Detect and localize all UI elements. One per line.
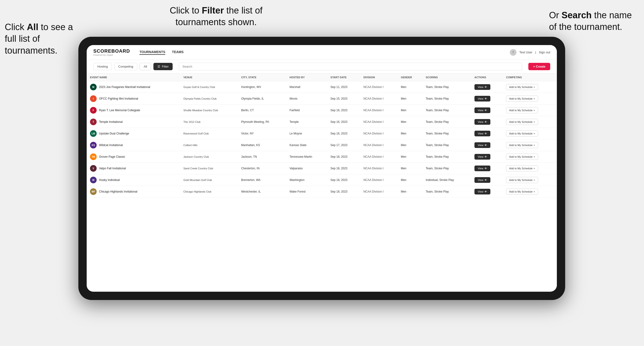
cell-hosted-by: Illinois — [286, 93, 327, 105]
tab-competing[interactable]: Competing — [114, 63, 137, 70]
cell-scoring: Team, Stroke Play — [422, 140, 471, 151]
add-to-schedule-button[interactable]: Add to My Schedule + — [506, 142, 538, 148]
cell-start-date: Sep 18, 2023 — [327, 163, 360, 174]
add-to-schedule-button[interactable]: Add to My Schedule + — [506, 96, 538, 102]
cell-start-date: Sep 15, 2023 — [327, 93, 360, 105]
cell-competing: Add to My Schedule + — [503, 93, 557, 105]
add-to-schedule-button[interactable]: Add to My Schedule + — [506, 188, 538, 195]
cell-competing: Add to My Schedule + — [503, 163, 557, 174]
col-gender: GENDER — [398, 73, 422, 81]
cell-event-name: TM Grover Page Classic — [87, 151, 180, 163]
cell-event-name: F Ryan T. Lee Memorial Collegiate — [87, 105, 180, 116]
toolbar: Hosting Competing All ☰ Filter + Create — [87, 60, 557, 73]
cell-scoring: Team, Stroke Play — [422, 116, 471, 128]
cell-event-name: V Valpo Fall Invitational — [87, 163, 180, 174]
view-button[interactable]: View 👁 — [474, 154, 490, 160]
view-button[interactable]: View 👁 — [474, 142, 490, 148]
cell-event-name: W Husky Individual — [87, 174, 180, 186]
event-name: Valpo Fall Invitational — [99, 167, 126, 170]
cell-venue: Guyan Golf & Country Club — [180, 81, 238, 93]
add-to-schedule-button[interactable]: Add to My Schedule + — [506, 130, 538, 137]
nav-tournaments[interactable]: TOURNAMENTS — [140, 50, 165, 55]
cell-hosted-by: Tennessee-Martin — [286, 151, 327, 163]
view-button[interactable]: View 👁 — [474, 107, 490, 113]
create-button[interactable]: + Create — [528, 63, 550, 70]
cell-competing: Add to My Schedule + — [503, 151, 557, 163]
view-button[interactable]: View 👁 — [474, 189, 490, 194]
cell-hosted-by: Fairfield — [286, 105, 327, 116]
cell-division: NCAA Division I — [360, 93, 397, 105]
table-row: T Temple Invitational The 1912 Club Plym… — [87, 116, 557, 128]
app-header: SCOREBOARD Powered by clippd TOURNAMENTS… — [87, 45, 557, 60]
col-division: DIVISION — [360, 73, 397, 81]
tab-all[interactable]: All — [140, 63, 151, 70]
tab-hosting[interactable]: Hosting — [93, 63, 112, 70]
plus-icon: + — [534, 97, 535, 100]
cell-hosted-by: Le Moyne — [286, 128, 327, 140]
cell-city-state: Berlin, CT — [238, 105, 286, 116]
col-start-date: START DATE — [327, 73, 360, 81]
filter-button[interactable]: ☰ Filter — [154, 63, 173, 70]
add-to-schedule-button[interactable]: Add to My Schedule + — [506, 154, 538, 160]
cell-event-name: T Temple Invitational — [87, 116, 180, 128]
cell-venue: Sand Creek Country Club — [180, 163, 238, 174]
add-to-schedule-button[interactable]: Add to My Schedule + — [506, 107, 538, 113]
cell-scoring: Team, Stroke Play — [422, 81, 471, 93]
view-button[interactable]: View 👁 — [474, 84, 490, 90]
cell-city-state: Victor, NY — [238, 128, 286, 140]
cell-actions: View 👁 — [471, 81, 503, 93]
plus-icon: + — [534, 144, 535, 147]
cell-gender: Men — [398, 174, 422, 186]
cell-city-state: Westchester, IL — [238, 186, 286, 197]
cell-event-name: I OFCC Fighting Illini Invitational — [87, 93, 180, 105]
view-button[interactable]: View 👁 — [474, 119, 490, 125]
view-button[interactable]: View 👁 — [474, 177, 490, 183]
nav-teams[interactable]: TEAMS — [172, 50, 184, 55]
event-name: Temple Invitational — [99, 120, 122, 124]
event-name: 2023 Joe Feaganes Marshall Invitational — [99, 85, 150, 89]
search-input[interactable] — [179, 63, 522, 70]
cell-event-name: KS Wildcat Invitational — [87, 140, 180, 151]
cell-actions: View 👁 — [471, 186, 503, 197]
table-row: KS Wildcat Invitational Colbert Hills Ma… — [87, 140, 557, 151]
user-name: Test User — [519, 50, 532, 54]
add-to-schedule-button[interactable]: Add to My Schedule + — [506, 119, 538, 125]
cell-division: NCAA Division I — [360, 105, 397, 116]
view-button[interactable]: View 👁 — [474, 96, 490, 102]
cell-hosted-by: Washington — [286, 174, 327, 186]
table-header: EVENT NAME VENUE CITY, STATE HOSTED BY S… — [87, 73, 557, 81]
cell-start-date: Sep 18, 2023 — [327, 186, 360, 197]
add-to-schedule-button[interactable]: Add to My Schedule + — [506, 177, 538, 183]
plus-icon: + — [534, 109, 535, 112]
view-button[interactable]: View 👁 — [474, 166, 490, 171]
cell-start-date: Sep 17, 2023 — [327, 140, 360, 151]
cell-hosted-by: Marshall — [286, 81, 327, 93]
eye-icon: 👁 — [484, 132, 487, 135]
cell-competing: Add to My Schedule + — [503, 128, 557, 140]
divider: | — [535, 50, 536, 54]
eye-icon: 👁 — [484, 178, 487, 181]
eye-icon: 👁 — [484, 109, 487, 112]
eye-icon: 👁 — [484, 167, 487, 170]
cell-start-date: Sep 16, 2023 — [327, 105, 360, 116]
cell-start-date: Sep 18, 2023 — [327, 151, 360, 163]
cell-city-state: Plymouth Meeting, PA — [238, 116, 286, 128]
table-body: M 2023 Joe Feaganes Marshall Invitationa… — [87, 81, 557, 197]
cell-gender: Men — [398, 93, 422, 105]
cell-competing: Add to My Schedule + — [503, 174, 557, 186]
logo-sub: Powered by clippd — [93, 54, 130, 56]
sign-out-link[interactable]: Sign out — [539, 50, 550, 54]
cell-scoring: Team, Stroke Play — [422, 186, 471, 197]
table-row: WF Chicago Highlands Invitational Chicag… — [87, 186, 557, 197]
add-to-schedule-button[interactable]: Add to My Schedule + — [506, 84, 538, 90]
cell-gender: Men — [398, 105, 422, 116]
add-to-schedule-button[interactable]: Add to My Schedule + — [506, 165, 538, 172]
cell-division: NCAA Division I — [360, 186, 397, 197]
cell-venue: Ravenwood Golf Club — [180, 128, 238, 140]
event-name: OFCC Fighting Illini Invitational — [99, 97, 138, 100]
eye-icon: 👁 — [484, 97, 487, 100]
view-button[interactable]: View 👁 — [474, 131, 490, 136]
cell-division: NCAA Division I — [360, 128, 397, 140]
cell-gender: Men — [398, 186, 422, 197]
eye-icon: 👁 — [484, 155, 487, 158]
